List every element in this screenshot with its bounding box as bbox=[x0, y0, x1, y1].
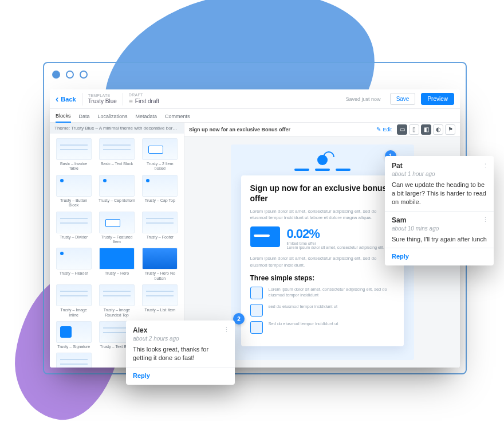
block-item[interactable]: Trusty – Image Inline bbox=[53, 284, 94, 318]
block-thumbnail bbox=[142, 248, 178, 269]
save-button[interactable]: Save bbox=[390, 93, 416, 105]
offer-subtext: limited time offer bbox=[287, 241, 384, 245]
block-item[interactable]: Trusty – Header bbox=[53, 248, 94, 281]
draft-info: DRAFT First draft bbox=[129, 93, 159, 105]
comment-time: about 2 hours ago bbox=[133, 335, 228, 342]
block-label: Trusty – Image Rounded Top bbox=[99, 308, 135, 318]
reply-button[interactable]: Reply bbox=[392, 253, 487, 260]
block-item[interactable]: Trusty – Featured Item bbox=[96, 212, 137, 245]
block-item[interactable]: Basic – Invoice Table bbox=[53, 138, 94, 171]
block-label: Trusty – Image Inline bbox=[56, 308, 92, 318]
block-label: Trusty – List Item bbox=[145, 308, 175, 312]
block-item[interactable]: Trusty – Image Rounded Top bbox=[96, 284, 137, 318]
block-item[interactable]: Basic – Text Block bbox=[96, 138, 137, 171]
email-body-text: Lorem ipsum dolor sit amet, consectetur … bbox=[250, 208, 395, 221]
block-thumbnail bbox=[56, 284, 92, 306]
comment-body: This looks great, thanks for getting it … bbox=[133, 345, 228, 362]
desktop-view-icon[interactable]: ▭ bbox=[397, 124, 407, 135]
tab-localizations[interactable]: Localizations bbox=[98, 114, 128, 122]
block-label: Trusty – Footer bbox=[147, 235, 174, 240]
dark-mode-icon[interactable]: ◧ bbox=[421, 124, 431, 135]
block-item[interactable]: Trusty – 2 Item boxed bbox=[140, 138, 180, 171]
block-item[interactable]: Trusty – Signature bbox=[53, 321, 94, 349]
block-thumbnail bbox=[142, 284, 178, 306]
card-icon bbox=[250, 226, 280, 247]
template-name[interactable]: Trusty Blue bbox=[88, 98, 117, 104]
offer-row: 0.02% limited time offer Lorem ipsum dol… bbox=[250, 226, 395, 249]
light-mode-icon[interactable]: ◐ bbox=[433, 124, 443, 135]
email-heading: Sign up now for an exclusive bonus offer bbox=[250, 183, 395, 204]
tab-data[interactable]: Data bbox=[79, 114, 90, 122]
block-item[interactable]: Trusty – Footer bbox=[140, 212, 180, 245]
block-item[interactable]: Trusty – Hero No button bbox=[140, 248, 180, 281]
badge-icon bbox=[250, 321, 263, 334]
block-thumbnail bbox=[142, 175, 178, 197]
block-thumbnail bbox=[99, 175, 135, 197]
back-button[interactable]: Back bbox=[56, 96, 76, 103]
block-thumbnail bbox=[56, 175, 92, 197]
block-item[interactable]: Trusty – Divider bbox=[53, 212, 94, 245]
block-thumbnail bbox=[56, 321, 92, 343]
step-item: Sed do eiusmod tempor incididunt ut bbox=[250, 321, 395, 334]
window-control-icon[interactable] bbox=[80, 71, 88, 79]
block-item[interactable]: Trusty – Hero bbox=[96, 248, 137, 281]
block-item[interactable]: Trusty – Title Block bbox=[53, 353, 94, 368]
comment-body: Sure thing, I'll try again after lunch bbox=[392, 235, 487, 244]
block-thumbnail bbox=[99, 248, 135, 269]
comment-thread: ⋮ Pat about 1 hour ago Can we update the… bbox=[385, 156, 494, 265]
step-text: Sed do eiusmod tempor incididunt ut bbox=[269, 321, 338, 334]
block-thumbnail bbox=[56, 212, 92, 233]
brand-logo-icon bbox=[317, 155, 328, 165]
tab-comments[interactable]: Comments bbox=[165, 114, 190, 122]
block-label: Basic – Text Block bbox=[101, 162, 133, 166]
block-label: Trusty – Cap Bottom bbox=[99, 198, 135, 203]
block-thumbnail bbox=[56, 353, 92, 368]
money-icon bbox=[250, 304, 263, 316]
block-label: Trusty – Header bbox=[60, 271, 88, 276]
step-text: sed do eiusmod tempor incididunt ut bbox=[269, 304, 338, 316]
window-titlebar bbox=[44, 63, 466, 86]
block-label: Basic – Invoice Table bbox=[56, 162, 92, 171]
comment-author: Alex bbox=[133, 326, 228, 334]
reply-button[interactable]: Reply bbox=[133, 372, 228, 379]
preview-button[interactable]: Preview bbox=[421, 93, 454, 105]
block-item[interactable]: Trusty – Cap Top bbox=[140, 175, 180, 208]
block-item[interactable]: Trusty – Cap Bottom bbox=[96, 175, 137, 208]
sidebar-tabs: Blocks Data Localizations Metadata Comme… bbox=[50, 109, 460, 123]
block-thumbnail bbox=[56, 138, 92, 160]
comment-marker[interactable]: 2 bbox=[233, 313, 245, 325]
step-item: sed do eiusmod tempor incididunt ut bbox=[250, 304, 395, 316]
block-thumbnail bbox=[99, 212, 135, 233]
annotate-icon[interactable]: ⚑ bbox=[445, 124, 455, 135]
kebab-menu-icon[interactable]: ⋮ bbox=[482, 216, 488, 224]
divider bbox=[126, 367, 235, 368]
tab-blocks[interactable]: Blocks bbox=[56, 113, 71, 123]
block-label: Trusty – 2 Item boxed bbox=[141, 162, 178, 171]
window-control-icon[interactable] bbox=[52, 71, 60, 79]
kebab-menu-icon[interactable]: ⋮ bbox=[223, 326, 229, 334]
theme-description: Theme: Trusty Blue – A minimal theme wit… bbox=[50, 123, 184, 134]
topbar: Back TEMPLATE Trusty Blue DRAFT First dr… bbox=[50, 89, 460, 109]
block-item[interactable]: Trusty – Button Block bbox=[53, 175, 94, 208]
edit-subject-button[interactable]: Edit bbox=[376, 126, 392, 132]
window-control-icon[interactable] bbox=[66, 71, 74, 79]
mobile-view-icon[interactable]: ▯ bbox=[409, 124, 419, 135]
block-thumbnail bbox=[142, 212, 178, 233]
preview-toolbar: Sign up now for an exclusive Bonus offer… bbox=[184, 123, 460, 136]
steps-heading: Three simple steps: bbox=[250, 274, 395, 282]
email-subject: Sign up now for an exclusive Bonus offer bbox=[189, 127, 290, 132]
comment-time: about 1 hour ago bbox=[392, 171, 487, 177]
tab-metadata[interactable]: Metadata bbox=[136, 114, 158, 122]
block-label: Trusty – Divider bbox=[60, 235, 88, 240]
comment-author: Sam bbox=[392, 216, 487, 224]
block-label: Trusty – Hero bbox=[105, 271, 129, 276]
block-thumbnail bbox=[142, 138, 178, 160]
block-item[interactable]: Trusty – List Item bbox=[140, 284, 180, 318]
kebab-menu-icon[interactable]: ⋮ bbox=[482, 162, 488, 169]
draft-name[interactable]: First draft bbox=[129, 97, 159, 105]
step-item: Lorem ipsum dolor sit amet, consectetur … bbox=[250, 287, 395, 299]
divider bbox=[385, 248, 494, 248]
block-thumbnail bbox=[56, 248, 92, 269]
email-card: Sign up now for an exclusive bonus offer… bbox=[241, 175, 404, 346]
comment-author: Pat bbox=[392, 162, 487, 170]
